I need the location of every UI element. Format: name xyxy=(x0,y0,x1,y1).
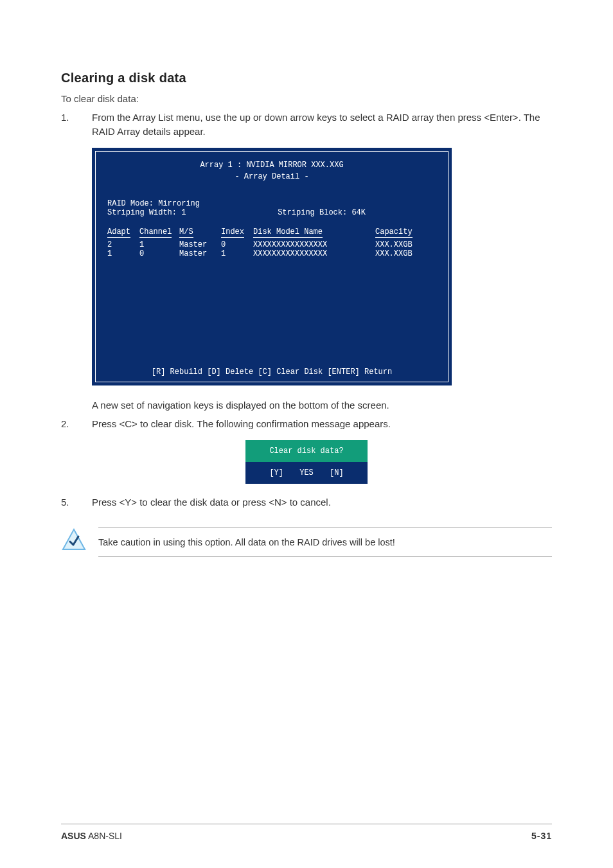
page-number: 5-31 xyxy=(531,831,552,841)
dialog-options: [Y] YES [N] xyxy=(245,462,368,484)
step-number: 5. xyxy=(61,495,92,509)
step-text: Press <C> to clear disk. The following c… xyxy=(92,417,552,431)
striping-block: Striping Block: 64K xyxy=(278,208,436,217)
caution-text: Take caution in using this option. All d… xyxy=(98,527,552,557)
step-text: From the Array List menu, use the up or … xyxy=(92,111,552,139)
steps-list: 5. Press <Y> to clear the disk data or p… xyxy=(61,495,552,509)
striping-meta: Striping Width: 1 Striping Block: 64K xyxy=(107,208,436,217)
col-adapt: Adapt xyxy=(107,227,130,238)
step-text: Press <Y> to clear the disk data or pres… xyxy=(92,495,552,509)
cell-index: 1 xyxy=(221,249,253,258)
cell-capacity: XXX.XXGB xyxy=(375,249,422,258)
col-capacity: Capacity xyxy=(375,227,413,238)
caution-icon xyxy=(61,527,87,553)
cell-adapt: 1 xyxy=(107,249,139,258)
cell-capacity: XXX.XXGB xyxy=(375,240,422,249)
step-2: 2. Press <C> to clear disk. The followin… xyxy=(61,417,552,431)
raid-mode-line: RAID Mode: Mirroring xyxy=(107,199,436,208)
page-footer: ASUS A8N-SLI 5-31 xyxy=(61,824,552,841)
intro-text: To clear disk data: xyxy=(61,93,552,104)
table-row: 1 0 Master 1 XXXXXXXXXXXXXXXX XXX.XXGB xyxy=(107,249,436,258)
bios-header: Array 1 : NVIDIA MIRROR XXX.XXG - Array … xyxy=(107,159,436,182)
bios-title-line2: - Array Detail - xyxy=(107,171,436,182)
brand-name: ASUS xyxy=(61,831,86,841)
col-channel: Channel xyxy=(139,227,172,238)
bios-array-detail-panel: Array 1 : NVIDIA MIRROR XXX.XXG - Array … xyxy=(92,148,452,385)
cell-index: 0 xyxy=(221,240,253,249)
svg-marker-0 xyxy=(63,529,85,549)
bios-title-line1: Array 1 : NVIDIA MIRROR XXX.XXG xyxy=(107,159,436,171)
col-model: Disk Model Name xyxy=(253,227,323,238)
cell-channel: 0 xyxy=(139,249,179,258)
product-label: ASUS A8N-SLI xyxy=(61,831,122,841)
steps-list: 2. Press <C> to clear disk. The followin… xyxy=(61,417,552,431)
step-1-continuation: A new set of navigation keys is displaye… xyxy=(92,398,552,412)
disk-table: Adapt Channel M/S Index Disk Model Name … xyxy=(107,227,436,258)
table-row: 2 1 Master 0 XXXXXXXXXXXXXXXX XXX.XXGB xyxy=(107,240,436,249)
dialog-no-option: [N] xyxy=(330,468,344,477)
cell-channel: 1 xyxy=(139,240,179,249)
cell-model: XXXXXXXXXXXXXXXX xyxy=(253,249,375,258)
bios-nav-keys: [R] Rebuild [D] Delete [C] Clear Disk [E… xyxy=(96,368,448,376)
clear-disk-dialog: Clear disk data? [Y] YES [N] xyxy=(245,440,368,484)
step-5: 5. Press <Y> to clear the disk data or p… xyxy=(61,495,552,509)
steps-list: 1. From the Array List menu, use the up … xyxy=(61,111,552,139)
cell-model: XXXXXXXXXXXXXXXX xyxy=(253,240,375,249)
cell-adapt: 2 xyxy=(107,240,139,249)
step-1: 1. From the Array List menu, use the up … xyxy=(61,111,552,139)
step-number: 2. xyxy=(61,417,92,431)
page: Clearing a disk data To clear disk data:… xyxy=(0,0,613,868)
section-heading: Clearing a disk data xyxy=(61,71,552,85)
striping-width: Striping Width: 1 xyxy=(107,208,186,217)
dialog-title: Clear disk data? xyxy=(245,440,368,462)
cell-ms: Master xyxy=(179,240,221,249)
table-header-row: Adapt Channel M/S Index Disk Model Name … xyxy=(107,227,436,240)
cell-ms: Master xyxy=(179,249,221,258)
bios-inner: Array 1 : NVIDIA MIRROR XXX.XXG - Array … xyxy=(95,151,449,382)
col-index: Index xyxy=(221,227,244,238)
product-name: A8N-SLI xyxy=(86,831,122,841)
dialog-yes-option: [Y] YES xyxy=(269,468,313,477)
col-ms: M/S xyxy=(179,227,193,238)
caution-note: Take caution in using this option. All d… xyxy=(61,527,552,557)
step-number: 1. xyxy=(61,111,92,139)
